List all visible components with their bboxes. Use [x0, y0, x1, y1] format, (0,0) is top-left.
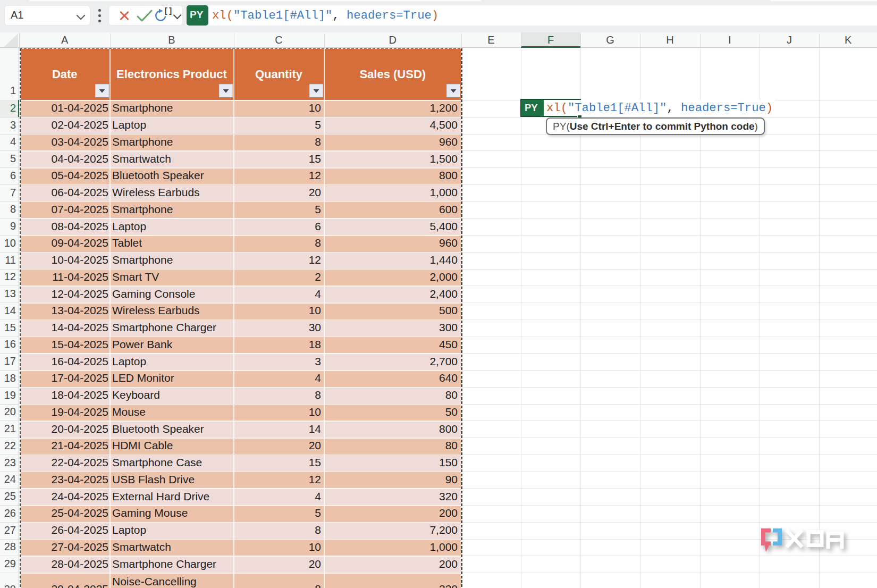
svg-text:[]: [] — [164, 7, 172, 15]
